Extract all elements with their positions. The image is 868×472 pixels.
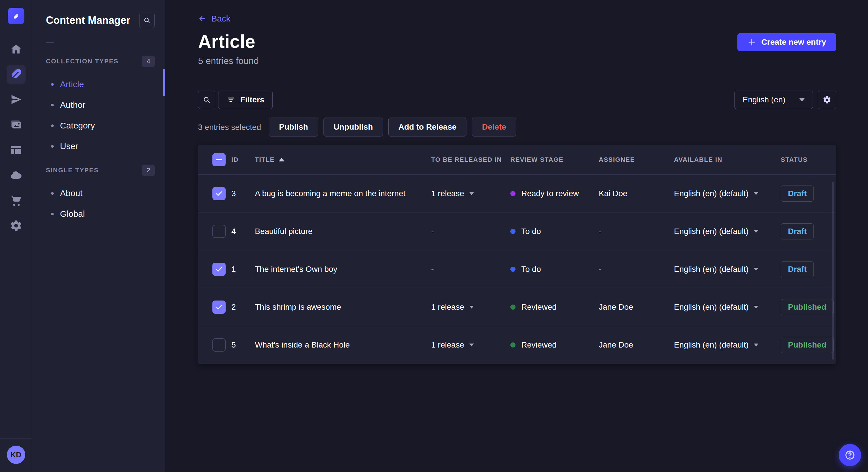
filter-icon (226, 96, 235, 104)
release-dropdown[interactable]: 1 release (431, 189, 510, 198)
chevron-down-icon (469, 306, 474, 308)
sidebar-item-global[interactable]: Global (32, 204, 165, 224)
release-dropdown[interactable]: 1 release (431, 340, 510, 349)
release-cell: - (431, 265, 510, 274)
create-new-entry-button[interactable]: Create new entry (737, 33, 836, 51)
row-checkbox[interactable] (212, 263, 226, 276)
row-assignee: - (599, 265, 674, 274)
row-title: The internet's Own boy (255, 265, 431, 274)
row-id: 5 (231, 340, 255, 349)
user-avatar[interactable]: KD (7, 446, 25, 464)
status-badge: Draft (781, 261, 814, 277)
chevron-down-icon (754, 268, 758, 271)
sidebar-item-article[interactable]: Article (32, 74, 165, 95)
strapi-logo-glyph (11, 11, 21, 21)
rail-bottom-divider (0, 438, 32, 439)
review-stage-dot (510, 191, 516, 196)
table-scrollbar[interactable] (832, 182, 834, 360)
section-label: COLLECTION TYPES (46, 58, 119, 65)
header-assignee[interactable]: ASSIGNEE (599, 156, 674, 164)
filters-button[interactable]: Filters (218, 91, 273, 109)
status-badge: Published (781, 299, 834, 315)
available-in-dropdown[interactable]: English (en) (default) (674, 303, 781, 312)
add-to-release-button[interactable]: Add to Release (389, 117, 466, 136)
main-content: Back Article 5 entries found Create new … (165, 0, 868, 472)
sidebar-item-user[interactable]: User (32, 136, 165, 157)
row-id: 4 (231, 227, 255, 236)
chevron-down-icon (754, 343, 758, 346)
header-to-be-released-in[interactable]: TO BE RELEASED IN (431, 156, 510, 164)
back-link[interactable]: Back (198, 14, 230, 24)
settings-gear-icon[interactable] (7, 216, 26, 235)
media-library-icon[interactable] (7, 115, 26, 134)
strapi-logo[interactable] (8, 8, 24, 24)
available-in-dropdown[interactable]: English (en) (default) (674, 265, 781, 274)
bullet-icon (51, 213, 54, 215)
review-stage-dot (510, 229, 516, 234)
table-row[interactable]: 3 A bug is becoming a meme on the intern… (198, 175, 836, 212)
review-stage-dot (510, 267, 516, 272)
select-all-checkbox[interactable] (212, 153, 226, 166)
help-button[interactable] (839, 444, 861, 466)
release-dropdown[interactable]: 1 release (431, 303, 510, 312)
search-icon (203, 96, 211, 104)
row-title: What's inside a Black Hole (255, 340, 431, 349)
available-in-dropdown[interactable]: English (en) (default) (674, 189, 781, 198)
subnav-divider (46, 42, 54, 43)
status-badge: Draft (781, 224, 814, 239)
header-review-stage[interactable]: REVIEW STAGE (510, 156, 599, 164)
header-available-in[interactable]: AVAILABLE IN (674, 156, 781, 164)
send-plane-icon[interactable] (7, 90, 26, 109)
gear-icon (823, 96, 831, 104)
review-stage-dot (510, 305, 516, 310)
chevron-down-icon (754, 192, 758, 195)
subnav-search-button[interactable] (139, 12, 155, 28)
selection-summary: 3 entries selected (198, 123, 261, 132)
chevron-down-icon (469, 343, 474, 346)
bullet-icon (51, 104, 54, 106)
table-row[interactable]: 1 The internet's Own boy - To do - Engli… (198, 250, 836, 288)
entries-count: 5 entries found (198, 56, 259, 66)
bulk-actions: Publish Unpublish Add to Release Delete (269, 117, 516, 136)
sidebar-item-author[interactable]: Author (32, 95, 165, 115)
header-id[interactable]: ID (231, 156, 255, 164)
main-nav-rail: KD (0, 0, 32, 472)
marketplace-cart-icon[interactable] (7, 191, 26, 210)
row-assignee: Jane Doe (599, 303, 674, 312)
locale-select[interactable]: English (en) (734, 91, 813, 109)
row-checkbox[interactable] (212, 301, 226, 314)
header-status[interactable]: STATUS (781, 156, 836, 164)
row-checkbox[interactable] (212, 338, 226, 351)
row-assignee: Kai Doe (599, 189, 674, 198)
review-stage-cell: Reviewed (510, 340, 599, 349)
available-in-dropdown[interactable]: English (en) (default) (674, 340, 781, 349)
content-manager-feather-icon[interactable] (7, 65, 26, 84)
indeterminate-minus-icon (216, 159, 222, 160)
table-row[interactable]: 5 What's inside a Black Hole 1 release R… (198, 326, 836, 364)
row-assignee: - (599, 227, 674, 236)
sidebar-item-category[interactable]: Category (32, 115, 165, 136)
publish-button[interactable]: Publish (269, 117, 318, 136)
review-stage-cell: Ready to review (510, 189, 599, 198)
table-row[interactable]: 2 This shrimp is awesome 1 release Revie… (198, 288, 836, 326)
available-in-dropdown[interactable]: English (en) (default) (674, 227, 781, 236)
unpublish-button[interactable]: Unpublish (323, 117, 383, 136)
view-settings-button[interactable] (818, 91, 836, 109)
section-count-badge: 2 (142, 165, 155, 176)
home-icon[interactable] (7, 40, 26, 59)
row-checkbox[interactable] (212, 187, 226, 200)
table-row[interactable]: 4 Beautiful picture - To do - English (e… (198, 212, 836, 250)
delete-button[interactable]: Delete (472, 117, 516, 136)
chevron-down-icon (754, 306, 758, 308)
locale-value: English (en) (743, 95, 785, 104)
table-search-button[interactable] (198, 91, 215, 109)
chevron-down-icon (754, 230, 758, 233)
status-badge: Published (781, 337, 834, 353)
cloud-deploy-icon[interactable] (7, 166, 26, 185)
header-title[interactable]: TITLE (255, 156, 431, 164)
review-stage-cell: Reviewed (510, 303, 599, 312)
chevron-down-icon (469, 192, 474, 195)
sidebar-item-about[interactable]: About (32, 183, 165, 204)
row-checkbox[interactable] (212, 225, 226, 238)
content-type-builder-icon[interactable] (7, 140, 26, 160)
